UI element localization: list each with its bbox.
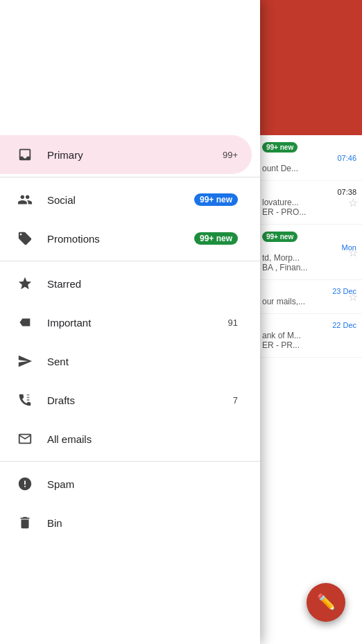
label-important-icon [14, 315, 36, 330]
email-badge-3: 99+ new [262, 232, 298, 242]
bin-label: Bin [47, 517, 238, 529]
sidebar-item-important[interactable]: Important 91 [0, 303, 252, 342]
email-time-4: 23 Dec [262, 287, 356, 295]
email-snippet-5b: ER - PR... [262, 340, 356, 350]
email-snippet-3: td, Morp... [262, 253, 356, 263]
important-label: Important [47, 317, 228, 329]
email-snippet-2b: ER - PRO... [262, 207, 356, 217]
email-snippet-1: ount De... [262, 164, 356, 173]
drafts-icon [14, 392, 36, 408]
sidebar-item-bin[interactable]: Bin [0, 503, 252, 542]
divider-2 [0, 261, 260, 261]
email-snippet-4: our mails,... [262, 297, 356, 306]
email-time-1: 07:46 [262, 154, 356, 162]
social-badge: 99+ new [194, 193, 238, 206]
people-icon [14, 192, 36, 207]
email-snippet-5: ank of M... [262, 331, 356, 340]
star-icon-2: ☆ [348, 196, 358, 209]
email-item-3[interactable]: 99+ new Mon td, Morp... BA , Finan... ☆ [257, 225, 362, 280]
important-badge: 91 [228, 317, 238, 328]
divider-3 [0, 461, 260, 462]
divider-1 [0, 177, 260, 177]
sidebar-item-sent[interactable]: Sent [0, 342, 252, 381]
email-time-3: Mon [262, 243, 356, 252]
email-item-5[interactable]: 22 Dec ank of M... ER - PR... [257, 314, 362, 358]
warning-icon [14, 476, 36, 491]
email-time-5: 22 Dec [262, 321, 356, 329]
sidebar-item-promotions[interactable]: Promotions 99+ new [0, 219, 252, 258]
email-time-2: 07:38 [262, 188, 356, 196]
navigation-drawer: Primary 99+ Social 99+ new Promotions 99… [0, 0, 260, 644]
drawer-header-space [0, 0, 260, 135]
star-icon-4: ☆ [348, 290, 358, 304]
star-icon-3: ☆ [348, 245, 358, 259]
all-emails-label: All emails [47, 433, 238, 445]
starred-label: Starred [47, 278, 238, 290]
promotions-badge: 99+ new [194, 232, 238, 245]
email-snippet-2: lovature... [262, 198, 356, 207]
primary-badge: 99+ [223, 150, 238, 160]
email-list-header [257, 0, 362, 135]
delete-icon [14, 515, 36, 530]
sent-label: Sent [47, 356, 238, 367]
email-icon [14, 431, 36, 446]
inbox-icon [14, 147, 36, 162]
email-snippet-3b: BA , Finan... [262, 263, 356, 272]
primary-label: Primary [47, 149, 223, 161]
email-list: 99+ new 07:46 ount De... 07:38 lovature.… [257, 0, 362, 644]
sidebar-item-drafts[interactable]: Drafts 7 [0, 381, 252, 419]
star-icon [14, 276, 36, 291]
sidebar-item-starred[interactable]: Starred [0, 264, 252, 303]
spam-label: Spam [47, 478, 238, 490]
sidebar-item-all-emails[interactable]: All emails [0, 419, 252, 458]
social-label: Social [47, 194, 194, 206]
promotions-label: Promotions [47, 233, 194, 245]
drafts-label: Drafts [47, 394, 233, 406]
sidebar-item-spam[interactable]: Spam [0, 464, 252, 503]
drafts-badge: 7 [233, 395, 238, 406]
compose-button[interactable]: ✏️ [307, 583, 345, 622]
email-item-2[interactable]: 07:38 lovature... ER - PRO... ☆ [257, 181, 362, 225]
sidebar-item-primary[interactable]: Primary 99+ [0, 135, 252, 174]
email-item-4[interactable]: 23 Dec our mails,... ☆ [257, 280, 362, 314]
send-icon [14, 354, 36, 369]
tag-icon [14, 231, 36, 246]
sidebar-item-social[interactable]: Social 99+ new [0, 180, 252, 219]
compose-icon: ✏️ [317, 593, 336, 611]
email-badge-1: 99+ new [262, 142, 298, 153]
email-item-1[interactable]: 99+ new 07:46 ount De... [257, 135, 362, 181]
